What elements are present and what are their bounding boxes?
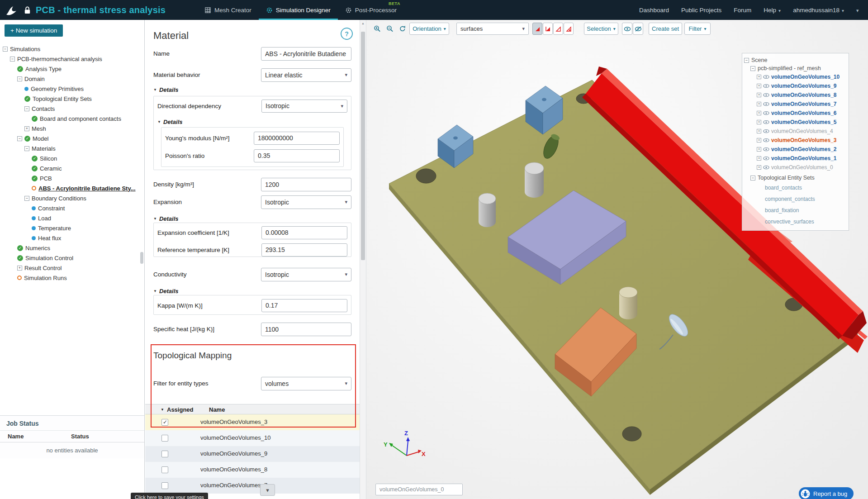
expand-icon[interactable]: [757, 75, 761, 79]
material-behavior-select[interactable]: Linear elastic: [261, 68, 351, 82]
scene-volume-volumeongeovolumes-5[interactable]: volumeOnGeoVolumes_5: [744, 118, 847, 127]
new-simulation-button[interactable]: + New simulation: [5, 24, 63, 37]
sort-descending-icon[interactable]: [161, 408, 164, 412]
tree-item-domain[interactable]: Domain: [0, 74, 140, 84]
scene-mesh-node[interactable]: pcb-simplified - ref_mesh: [744, 64, 847, 72]
visibility-eye-icon[interactable]: [763, 93, 769, 97]
tree-item-simulation-control[interactable]: Simulation Control: [0, 253, 140, 263]
kappa-input[interactable]: [261, 299, 347, 312]
mapping-row-volumeongeovolumes-9[interactable]: volumeOnGeoVolumes_9: [145, 446, 360, 462]
panel-scrollbar[interactable]: [360, 20, 366, 499]
select-tool-4-button[interactable]: [564, 23, 574, 35]
select-tool-3-button[interactable]: [553, 23, 563, 35]
expand-icon[interactable]: [757, 165, 761, 170]
expand-icon[interactable]: [757, 120, 761, 124]
hide-entities-button[interactable]: [633, 23, 643, 35]
conductivity-select[interactable]: Isotropic: [261, 268, 351, 281]
collapse-icon[interactable]: [17, 76, 22, 81]
expand-icon[interactable]: [757, 93, 761, 97]
tree-item-numerics[interactable]: Numerics: [0, 243, 140, 253]
nav-dashboard[interactable]: Dashboard: [639, 7, 669, 14]
scene-set-board-fixation[interactable]: board_fixation: [744, 204, 847, 216]
scene-set-convective-surfaces[interactable]: convective_surfaces: [744, 216, 847, 227]
tree-item-ceramic[interactable]: Ceramic: [0, 163, 140, 173]
show-entities-button[interactable]: [622, 23, 632, 35]
mapping-row-volumeongeovolumes-7[interactable]: volumeOnGeoVolumes_7: [145, 478, 360, 494]
density-input[interactable]: [261, 178, 351, 191]
nav-help[interactable]: Help: [764, 7, 781, 14]
expand-icon[interactable]: [757, 156, 761, 161]
more-menu-caret[interactable]: [856, 7, 862, 14]
details-header-3[interactable]: Details: [153, 215, 179, 222]
sidebar-scrollbar-thumb[interactable]: [140, 252, 143, 264]
tree-item-contacts[interactable]: Contacts: [0, 104, 140, 114]
poisson-ratio-input[interactable]: [254, 149, 340, 162]
visibility-eye-icon[interactable]: [763, 165, 769, 170]
scene-volume-volumeongeovolumes-10[interactable]: volumeOnGeoVolumes_10: [744, 72, 847, 81]
details-header-4[interactable]: Details: [153, 287, 179, 295]
entity-type-filter-select[interactable]: volumes: [261, 377, 351, 390]
create-set-button[interactable]: Create set: [649, 23, 682, 35]
zoom-out-button[interactable]: [384, 23, 395, 35]
report-bug-button[interactable]: Report a bug: [799, 487, 854, 499]
tree-item-pcb-thermomechanical-analysis[interactable]: PCB-thermomechanical analysis: [0, 54, 140, 64]
scene-volume-volumeongeovolumes-0[interactable]: volumeOnGeoVolumes_0: [744, 163, 847, 172]
mapping-row-volumeongeovolumes-8[interactable]: volumeOnGeoVolumes_8: [145, 462, 360, 478]
assigned-checkbox[interactable]: [161, 419, 168, 426]
column-name[interactable]: Name: [209, 406, 225, 413]
orientation-dropdown[interactable]: Orientation: [409, 23, 449, 35]
tree-item-pcb[interactable]: PCB: [0, 173, 140, 183]
tree-item-mesh[interactable]: Mesh: [0, 124, 140, 133]
directional-dependency-select[interactable]: Isotropic: [261, 100, 347, 113]
scene-volume-volumeongeovolumes-1[interactable]: volumeOnGeoVolumes_1: [744, 154, 847, 163]
mapping-row-volumeongeovolumes-3[interactable]: volumeOnGeoVolumes_3: [145, 414, 360, 430]
nav-public-projects[interactable]: Public Projects: [681, 7, 721, 14]
visibility-eye-icon[interactable]: [763, 129, 769, 133]
axis-gizmo[interactable]: Y Z X: [371, 428, 430, 464]
mapping-row-volumeongeovolumes-10[interactable]: volumeOnGeoVolumes_10: [145, 430, 360, 446]
tree-item-geometry-primitives[interactable]: Geometry Primitives: [0, 84, 140, 94]
scene-sets-node[interactable]: Topological Entity Sets: [744, 174, 847, 182]
tree-item-simulations[interactable]: Simulations: [0, 44, 140, 54]
select-tool-1-button[interactable]: [532, 23, 542, 35]
assigned-checkbox[interactable]: [161, 451, 168, 457]
tree-item-analysis-type[interactable]: Analysis Type: [0, 64, 140, 74]
scene-root-node[interactable]: Scene: [744, 56, 847, 64]
tree-item-constraint[interactable]: Constraint: [0, 203, 140, 213]
tree-item-simulation-runs[interactable]: Simulation Runs: [0, 273, 140, 283]
collapse-icon[interactable]: [10, 57, 15, 62]
collapse-icon[interactable]: [24, 196, 29, 201]
scene-set-component-contacts[interactable]: component_contacts: [744, 193, 847, 204]
visibility-eye-icon[interactable]: [763, 156, 769, 161]
render-mode-combo[interactable]: surfaces: [456, 23, 529, 35]
collapse-icon[interactable]: [750, 176, 755, 181]
selected-entity-input[interactable]: [375, 484, 463, 495]
help-button[interactable]: ?: [341, 28, 353, 40]
collapse-icon[interactable]: [744, 58, 749, 63]
zoom-in-button[interactable]: [372, 23, 383, 35]
collapse-icon[interactable]: [750, 66, 755, 71]
scene-volume-volumeongeovolumes-8[interactable]: volumeOnGeoVolumes_8: [744, 90, 847, 100]
tree-item-load[interactable]: Load: [0, 213, 140, 223]
reference-temperature-input[interactable]: [261, 243, 347, 257]
collapse-icon[interactable]: [24, 146, 29, 151]
select-tool-2-button[interactable]: [543, 23, 553, 35]
visibility-eye-icon[interactable]: [763, 147, 769, 152]
visibility-eye-icon[interactable]: [763, 75, 769, 79]
tree-item-topological-entity-sets[interactable]: Topological Entity Sets: [0, 94, 140, 104]
reset-view-button[interactable]: [397, 23, 408, 35]
specific-heat-input[interactable]: [261, 323, 351, 336]
assigned-checkbox[interactable]: [161, 482, 168, 489]
scene-volume-volumeongeovolumes-4[interactable]: volumeOnGeoVolumes_4: [744, 127, 847, 136]
tree-item-model[interactable]: Model: [0, 133, 140, 143]
tree-item-boundary-conditions[interactable]: Boundary Conditions: [0, 193, 140, 203]
expand-icon[interactable]: [757, 111, 761, 115]
expand-icon[interactable]: [757, 129, 761, 133]
visibility-eye-icon[interactable]: [763, 111, 769, 115]
scene-set-board-contacts[interactable]: board_contacts: [744, 182, 847, 193]
selection-dropdown[interactable]: Selection: [584, 23, 618, 35]
expand-icon[interactable]: [757, 138, 761, 143]
scene-volume-volumeongeovolumes-6[interactable]: volumeOnGeoVolumes_6: [744, 109, 847, 118]
user-menu[interactable]: ahmedhussain18: [793, 7, 844, 14]
column-assigned[interactable]: Assigned: [167, 406, 194, 413]
